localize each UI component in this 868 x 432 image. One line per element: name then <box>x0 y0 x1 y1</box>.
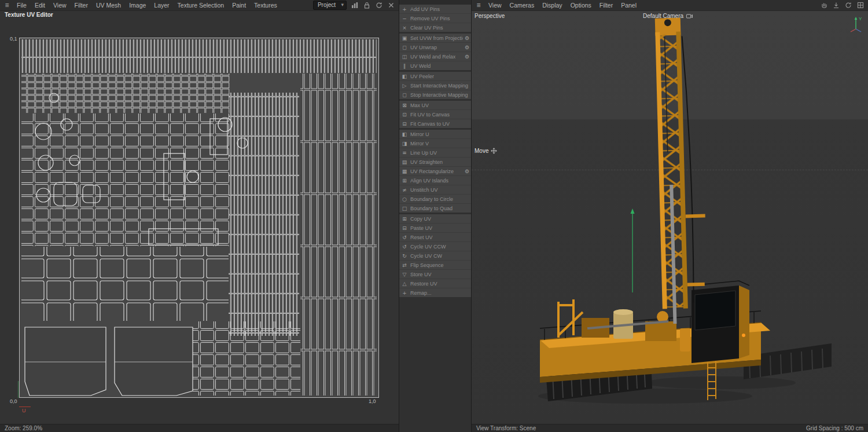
unwrap-group: ▣Set UVW from Projection⚙ ◻UV Unwrap⚙ ◫U… <box>399 34 471 70</box>
active-tool-indicator: Move <box>475 148 497 154</box>
cmd-start-interactive-mapping[interactable]: ▷Start Interactive Mapping <box>399 81 471 90</box>
cmd-stop-interactive-mapping[interactable]: ◻Stop Interactive Mapping <box>399 90 471 99</box>
menu-paint[interactable]: Paint <box>228 1 250 10</box>
menu-filter[interactable]: Filter <box>71 1 92 10</box>
cmd-uv-peeler[interactable]: ◧UV Peeler <box>399 72 471 81</box>
menu-layer[interactable]: Layer <box>150 1 173 10</box>
v-axis-line <box>18 381 19 398</box>
rotate-view-icon[interactable] <box>844 1 852 9</box>
u-axis-label: U <box>22 408 26 413</box>
vp-menu-view[interactable]: View <box>484 1 506 10</box>
layout-view-icon[interactable] <box>856 1 865 9</box>
uv-pins-group: +Add UV Pins −Remove UV Pins ×Clear UV P… <box>399 5 471 32</box>
cmd-copy-uv[interactable]: ⊞Copy UV <box>399 214 471 224</box>
zoom-status: Zoom: 259.0% <box>5 425 42 431</box>
menu-textures[interactable]: Textures <box>250 1 281 10</box>
cmd-boundary-to-quad[interactable]: □Boundary to Quad <box>399 204 471 213</box>
mirror-v-icon: ◨ <box>401 141 408 147</box>
cmd-cycle-uv-cw[interactable]: ↻Cycle UV CW <box>399 251 471 261</box>
viewport-3d[interactable]: Perspective Default Camera Move Y <box>472 11 868 424</box>
chevron-down-icon: ▾ <box>341 2 344 8</box>
view-mode-label[interactable]: Perspective <box>475 13 505 19</box>
vp-menu-cameras[interactable]: Cameras <box>506 1 539 10</box>
cmd-fit-canvas-to-uv[interactable]: ⊟Fit Canvas to UV <box>399 119 471 128</box>
vp-menu-options[interactable]: Options <box>567 1 595 10</box>
cmd-label: Flip Sequence <box>410 262 444 268</box>
menu-file[interactable]: File <box>13 1 31 10</box>
menu-uv-mesh[interactable]: UV Mesh <box>92 1 125 10</box>
cmd-store-uv[interactable]: ▽Store UV <box>399 270 471 279</box>
cmd-fit-uv-to-canvas[interactable]: ⊡Fit UV to Canvas <box>399 110 471 119</box>
cmd-uv-straighten[interactable]: ▤UV Straighten <box>399 158 471 167</box>
uv-unwrap-icon: ◻ <box>401 45 408 50</box>
store-uv-icon: ▽ <box>401 272 408 277</box>
cmd-uv-unwrap[interactable]: ◻UV Unwrap⚙ <box>399 43 471 52</box>
cmd-flip-sequence[interactable]: ⇄Flip Sequence <box>399 261 471 270</box>
cmd-label: Store UV <box>410 272 432 277</box>
uv-canvas[interactable] <box>19 38 379 398</box>
cmd-line-up-uv[interactable]: ≡Line Up UV <box>399 148 471 158</box>
menu-edit[interactable]: Edit <box>31 1 49 10</box>
menu-image[interactable]: Image <box>125 1 150 10</box>
cmd-label: Max UV <box>410 102 429 108</box>
project-dropdown[interactable]: Project ▾ <box>313 1 347 10</box>
vp-menu-display[interactable]: Display <box>538 1 566 10</box>
mirror-u-icon: ◧ <box>401 131 408 137</box>
cmd-boundary-to-circle[interactable]: ○Boundary to Circle <box>399 195 471 204</box>
lock-icon[interactable] <box>363 1 371 9</box>
cmd-label: Restore UV <box>410 281 437 287</box>
cmd-label: Align UV Islands <box>410 178 448 184</box>
cmd-label: Start Interactive Mapping <box>410 83 468 89</box>
cmd-reset-uv[interactable]: ↺Reset UV <box>399 233 471 242</box>
gear-icon[interactable]: ⚙ <box>463 45 469 50</box>
gear-icon[interactable]: ⚙ <box>463 54 469 60</box>
close-icon[interactable] <box>387 1 395 9</box>
cmd-label: Set UVW from Projection <box>410 35 463 41</box>
texture-uv-editor-panel: ≡ File Edit View Filter UV Mesh Image La… <box>0 0 399 432</box>
histogram-icon[interactable] <box>351 1 359 9</box>
cycle-ccw-icon: ↺ <box>401 244 408 250</box>
flip-sequence-icon: ⇄ <box>401 262 408 268</box>
cmd-mirror-u[interactable]: ◧Mirror U <box>399 130 471 139</box>
cmd-max-uv[interactable]: ⊠Max UV <box>399 101 471 110</box>
cmd-set-uvw-from-projection[interactable]: ▣Set UVW from Projection⚙ <box>399 34 471 43</box>
fit-uv-canvas-icon: ⊡ <box>401 112 408 118</box>
cmd-mirror-v[interactable]: ◨Mirror V <box>399 139 471 148</box>
uv-weld-icon: ∥ <box>401 63 408 69</box>
active-camera[interactable]: Default Camera <box>643 13 693 19</box>
cmd-uv-rectangularize[interactable]: ▦UV Rectangularize⚙ <box>399 167 471 176</box>
cmd-remove-uv-pins[interactable]: −Remove UV Pins <box>399 14 471 23</box>
dolly-view-icon[interactable] <box>832 1 840 9</box>
uv-editor-statusbar: Zoom: 259.0% <box>0 424 399 432</box>
line-up-uv-icon: ≡ <box>401 150 408 156</box>
viewport-hamburger-icon[interactable]: ≡ <box>474 1 483 9</box>
menu-view[interactable]: View <box>49 1 71 10</box>
gear-icon[interactable]: ⚙ <box>463 35 469 41</box>
cmd-label: Paste UV <box>410 225 432 231</box>
cmd-unstitch-uv[interactable]: ≠Unstitch UV <box>399 185 471 195</box>
cmd-uv-weld[interactable]: ∥UV Weld <box>399 61 471 70</box>
viewport-menubar: ≡ View Cameras Display Options Filter Pa… <box>472 0 868 11</box>
vp-menu-panel[interactable]: Panel <box>617 1 641 10</box>
cmd-remap[interactable]: +Remap... <box>399 288 471 297</box>
refresh-icon[interactable] <box>375 1 383 9</box>
axis-y-label: Y <box>859 16 862 21</box>
menu-texture-selection[interactable]: Texture Selection <box>174 1 229 10</box>
cmd-cycle-uv-ccw[interactable]: ↺Cycle UV CCW <box>399 242 471 251</box>
gear-icon[interactable]: ⚙ <box>463 169 469 174</box>
cmd-restore-uv[interactable]: △Restore UV <box>399 279 471 288</box>
cmd-align-uv-islands[interactable]: ⊞Align UV Islands <box>399 176 471 185</box>
cmd-add-uv-pins[interactable]: +Add UV Pins <box>399 5 471 14</box>
cmd-label: UV Rectangularize <box>410 169 454 174</box>
cmd-uv-weld-and-relax[interactable]: ◫UV Weld and Relax⚙ <box>399 52 471 61</box>
vp-menu-filter[interactable]: Filter <box>595 1 617 10</box>
menu-hamburger-icon[interactable]: ≡ <box>2 1 12 9</box>
cmd-label: Remove UV Pins <box>410 16 450 21</box>
cmd-clear-uv-pins[interactable]: ×Clear UV Pins <box>399 23 471 32</box>
cmd-label: Add UV Pins <box>410 6 440 12</box>
move-icon <box>491 148 497 154</box>
grid-spacing-status: Grid Spacing : 500 cm <box>806 425 863 431</box>
stop-mapping-icon: ◻ <box>401 92 408 98</box>
pan-view-icon[interactable] <box>820 1 828 9</box>
cmd-paste-uv[interactable]: ⊟Paste UV <box>399 224 471 233</box>
